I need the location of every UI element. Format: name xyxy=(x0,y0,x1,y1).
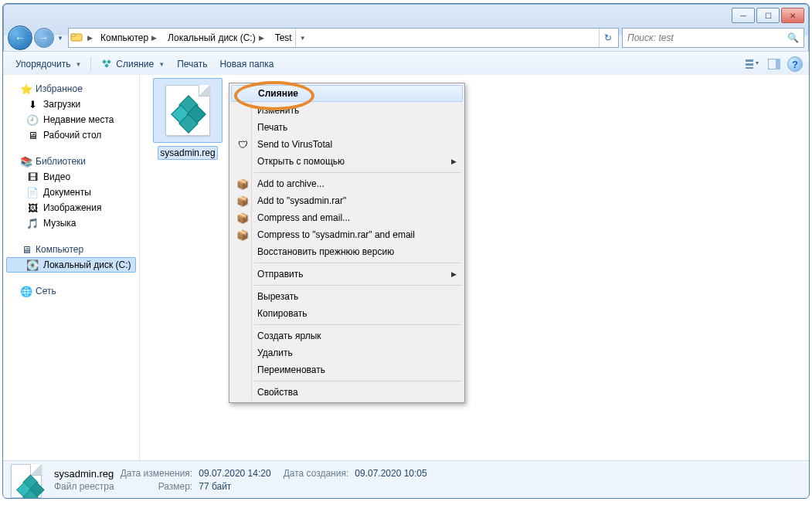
breadcrumb-root-icon[interactable] xyxy=(70,32,83,44)
downloads-icon: ⬇ xyxy=(26,98,39,110)
network-icon: 🌐 xyxy=(20,285,32,297)
context-menu-item-label: Восстановить прежнюю версию xyxy=(253,246,449,257)
submenu-arrow-icon: ▶ xyxy=(451,270,457,278)
context-menu-item[interactable]: Открыть с помощью▶ xyxy=(231,153,463,170)
file-label: sysadmin.reg xyxy=(158,146,217,160)
context-menu-separator xyxy=(254,263,461,263)
merge-button[interactable]: Слияние ▼ xyxy=(94,55,171,73)
search-placeholder: Поиск: test xyxy=(627,32,674,43)
back-button[interactable]: ← xyxy=(8,25,32,50)
minimize-button[interactable]: ─ xyxy=(732,8,755,23)
svg-rect-4 xyxy=(105,63,110,68)
context-menu-item-icon: 📦 xyxy=(233,195,253,207)
breadcrumb-dropdown[interactable]: ▼ xyxy=(295,29,310,47)
nav-item-pictures[interactable]: 🖼Изображения xyxy=(6,200,136,215)
file-list-area[interactable]: sysadmin.reg СлияниеИзменитьПечать🛡Send … xyxy=(140,75,809,461)
svg-rect-5 xyxy=(746,59,753,62)
drive-icon: 💽 xyxy=(26,259,39,271)
details-created-value: 09.07.2020 10:05 xyxy=(355,468,426,479)
nav-item-recent[interactable]: 🕘Недавние места xyxy=(6,112,136,127)
context-menu-item[interactable]: Слияние xyxy=(231,85,463,102)
details-created-label: Дата создания: xyxy=(284,468,349,479)
nav-item-local-disk[interactable]: 💽Локальный диск (C:) xyxy=(6,257,136,273)
context-menu-item[interactable]: 📦Add to "sysadmin.rar" xyxy=(231,192,463,209)
context-menu-item-label: Переименовать xyxy=(253,364,449,375)
details-mod-label: Дата изменения: xyxy=(121,468,193,479)
nav-item-desktop[interactable]: 🖥Рабочий стол xyxy=(6,127,136,143)
nav-item-music[interactable]: 🎵Музыка xyxy=(6,215,136,231)
computer-icon: 🖥 xyxy=(20,243,32,256)
svg-rect-7 xyxy=(746,67,753,69)
context-menu-item-label: Compress to "sysadmin.rar" and email xyxy=(253,229,449,240)
context-menu-item[interactable]: Вырезать xyxy=(231,288,463,305)
context-menu-item-icon: 📦 xyxy=(233,229,253,241)
context-menu-item[interactable]: Создать ярлык xyxy=(231,327,463,344)
breadcrumb-item-folder[interactable]: Test xyxy=(270,29,295,47)
recent-icon: 🕘 xyxy=(26,114,39,126)
chevron-down-icon: ▼ xyxy=(75,61,81,68)
details-filetype: Файл реестра xyxy=(54,481,114,492)
newfolder-button[interactable]: Новая папка xyxy=(213,56,280,73)
context-menu-item[interactable]: Отправить▶ xyxy=(231,266,463,283)
preview-pane-button[interactable] xyxy=(766,56,783,73)
organize-button[interactable]: Упорядочить ▼ xyxy=(9,56,87,73)
minimize-icon: ─ xyxy=(740,12,746,20)
nav-computer: ▷ 🖥 Компьютер 💽Локальный диск (C:) xyxy=(6,242,136,273)
nav-favorites-header[interactable]: ▷ ⭐ Избранное xyxy=(6,81,136,97)
nav-favorites: ▷ ⭐ Избранное ⬇Загрузки 🕘Недавние места … xyxy=(6,81,136,143)
explorer-window: ─ ☐ ✕ ← → ▼ ▶ Компьютер▶ Локальный диск … xyxy=(2,3,810,499)
details-mod-value: 09.07.2020 14:20 xyxy=(199,468,270,479)
close-button[interactable]: ✕ xyxy=(781,8,804,23)
nav-computer-header[interactable]: ▷ 🖥 Компьютер xyxy=(6,242,136,257)
help-button[interactable]: ? xyxy=(787,56,803,72)
navigation-pane: ▷ ⭐ Избранное ⬇Загрузки 🕘Недавние места … xyxy=(3,75,140,461)
context-menu-item[interactable]: Восстановить прежнюю версию xyxy=(231,243,463,260)
forward-button[interactable]: → xyxy=(34,28,54,48)
details-text: sysadmin.reg Дата изменения: 09.07.2020 … xyxy=(54,468,427,492)
context-menu-item[interactable]: Свойства xyxy=(231,384,463,401)
file-icon-selected xyxy=(153,78,223,143)
context-menu-item[interactable]: Переименовать xyxy=(231,361,463,378)
context-menu-item-label: Слияние xyxy=(253,88,448,99)
context-menu-item[interactable]: Копировать xyxy=(231,305,463,322)
navbar: ← → ▼ ▶ Компьютер▶ Локальный диск (C:)▶ … xyxy=(3,25,809,51)
view-options-button[interactable] xyxy=(744,56,761,73)
nav-history-dropdown[interactable]: ▼ xyxy=(56,30,65,46)
search-input[interactable]: Поиск: test 🔍 xyxy=(622,28,804,48)
context-menu-item[interactable]: Печать xyxy=(231,119,463,136)
refresh-button[interactable]: ↻ xyxy=(599,29,617,47)
breadcrumb-item-drive[interactable]: Локальный диск (C:)▶ xyxy=(163,29,270,47)
submenu-arrow-icon: ▶ xyxy=(451,158,457,165)
print-button[interactable]: Печать xyxy=(171,56,213,73)
breadcrumb-item-computer[interactable]: Компьютер▶ xyxy=(96,29,163,47)
context-menu-item-label: Отправить xyxy=(253,269,449,280)
toolbar-separator xyxy=(90,57,91,71)
details-pane: sysadmin.reg Дата изменения: 09.07.2020 … xyxy=(3,460,809,498)
file-item-sysadmin[interactable]: sysadmin.reg xyxy=(151,78,225,160)
music-icon: 🎵 xyxy=(26,217,39,229)
context-menu-item[interactable]: Изменить xyxy=(231,102,463,119)
nav-libraries-header[interactable]: ▷ 📚 Библиотеки xyxy=(6,154,136,169)
nav-item-documents[interactable]: 📄Документы xyxy=(6,185,136,200)
context-menu-item-label: Send to VirusTotal xyxy=(253,139,449,150)
context-menu-item[interactable]: 🛡Send to VirusTotal xyxy=(231,136,463,153)
context-menu-item-label: Удалить xyxy=(253,347,449,358)
nav-item-videos[interactable]: 🎞Видео xyxy=(6,169,136,185)
context-menu: СлияниеИзменитьПечать🛡Send to VirusTotal… xyxy=(229,83,465,403)
pictures-icon: 🖼 xyxy=(26,202,39,214)
svg-rect-9 xyxy=(776,59,780,69)
nav-item-downloads[interactable]: ⬇Загрузки xyxy=(6,97,136,112)
breadcrumb[interactable]: ▶ Компьютер▶ Локальный диск (C:)▶ Test ▼… xyxy=(68,28,619,48)
maximize-button[interactable]: ☐ xyxy=(756,8,780,23)
favorites-icon: ⭐ xyxy=(20,83,32,95)
context-menu-item-label: Открыть с помощью xyxy=(253,156,449,167)
maximize-icon: ☐ xyxy=(765,12,772,20)
newfolder-label: Новая папка xyxy=(219,59,273,69)
context-menu-item[interactable]: 📦Compress and email... xyxy=(231,209,463,226)
context-menu-item[interactable]: 📦Compress to "sysadmin.rar" and email xyxy=(231,226,463,243)
context-menu-item-icon: 🛡 xyxy=(233,139,253,151)
nav-network-header[interactable]: ▷ 🌐 Сеть xyxy=(6,283,136,299)
context-menu-item[interactable]: Удалить xyxy=(231,344,463,361)
context-menu-item[interactable]: 📦Add to archive... xyxy=(231,175,463,192)
documents-icon: 📄 xyxy=(26,186,39,198)
